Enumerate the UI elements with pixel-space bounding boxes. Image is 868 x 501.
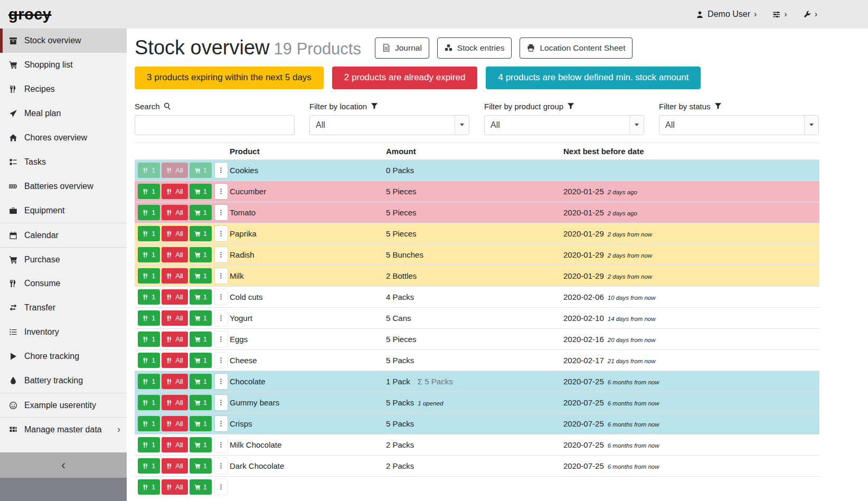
consume-all-button[interactable]: All	[162, 332, 187, 347]
add-to-shopping-list-button[interactable]: 1	[190, 353, 212, 368]
row-menu-button[interactable]	[215, 479, 228, 495]
product-column-header[interactable]: Product	[225, 143, 382, 160]
consume-all-button[interactable]: All	[162, 163, 187, 178]
consume-all-button[interactable]: All	[162, 374, 187, 389]
sidebar-item-battery-tracking[interactable]: Battery tracking	[0, 368, 127, 393]
sidebar-item-chore-tracking[interactable]: Chore tracking	[0, 344, 127, 368]
add-to-shopping-list-button[interactable]: 1	[190, 268, 212, 283]
add-to-shopping-list-button[interactable]: 1	[190, 184, 212, 199]
add-to-shopping-list-button[interactable]: 1	[190, 374, 212, 389]
add-to-shopping-list-button[interactable]: 1	[190, 458, 212, 474]
journal-button[interactable]: Journal	[375, 37, 429, 59]
row-menu-button[interactable]	[215, 247, 228, 262]
sidebar-item-inventory[interactable]: Inventory	[0, 320, 127, 344]
sidebar-item-example-userentity[interactable]: Example userentity	[0, 393, 127, 417]
add-to-shopping-list-button[interactable]: 1	[190, 332, 212, 347]
consume-one-button[interactable]: 1	[138, 458, 160, 474]
add-to-shopping-list-button[interactable]: 1	[190, 395, 212, 410]
consume-all-button[interactable]: All	[162, 353, 187, 368]
consume-all-button[interactable]: All	[162, 479, 187, 495]
row-menu-button[interactable]	[215, 332, 228, 347]
app-logo[interactable]: grocy	[8, 6, 51, 23]
consume-one-button[interactable]: 1	[138, 205, 160, 220]
consume-one-button[interactable]: 1	[138, 374, 160, 389]
row-menu-button[interactable]	[215, 395, 228, 410]
consume-one-button[interactable]: 1	[138, 289, 160, 305]
row-menu-button[interactable]	[215, 458, 228, 474]
consume-one-button[interactable]: 1	[138, 226, 160, 241]
amount-column-header[interactable]: Amount	[382, 143, 559, 160]
row-menu-button[interactable]	[215, 310, 228, 326]
sidebar-item-chores-overview[interactable]: Chores overview	[0, 126, 127, 150]
consume-one-button[interactable]: 1	[138, 310, 160, 326]
row-menu-button[interactable]	[215, 205, 228, 220]
sidebar-item-recipes[interactable]: Recipes	[0, 77, 127, 101]
row-menu-button[interactable]	[215, 163, 228, 178]
add-to-shopping-list-button[interactable]: 1	[190, 226, 212, 241]
sidebar-item-transfer[interactable]: Transfer	[0, 296, 127, 320]
consume-all-button[interactable]: All	[162, 205, 187, 220]
settings-menu[interactable]: ›	[772, 10, 787, 18]
consume-all-button[interactable]: All	[162, 268, 187, 283]
consume-one-button[interactable]: 1	[138, 247, 160, 262]
consume-all-button[interactable]: All	[162, 226, 187, 241]
row-menu-button[interactable]	[215, 289, 228, 305]
consume-one-button[interactable]: 1	[138, 416, 160, 431]
consume-all-button[interactable]: All	[162, 184, 187, 199]
add-to-shopping-list-button[interactable]: 1	[190, 205, 212, 220]
add-to-shopping-list-button[interactable]: 1	[190, 247, 212, 262]
sidebar-item-shopping-list[interactable]: Shopping list	[0, 53, 127, 77]
sidebar-collapse-button[interactable]: ‹	[0, 452, 127, 478]
sidebar-item-manage-master-data[interactable]: Manage master data›	[0, 417, 127, 441]
sidebar-item-consume[interactable]: Consume	[0, 271, 127, 296]
alert-warning[interactable]: 3 products expiring within the next 5 da…	[135, 67, 324, 89]
add-to-shopping-list-button[interactable]: 1	[190, 163, 212, 178]
row-menu-button[interactable]	[215, 437, 228, 452]
consume-one-button[interactable]: 1	[138, 437, 160, 452]
bbd-column-header[interactable]: Next best before date	[559, 143, 819, 160]
consume-one-button[interactable]: 1	[138, 353, 160, 368]
row-menu-button[interactable]	[215, 268, 228, 283]
location-content-sheet-button[interactable]: Location Content Sheet	[520, 37, 633, 59]
consume-all-button[interactable]: All	[162, 247, 187, 262]
consume-one-button[interactable]: 1	[138, 268, 160, 283]
sidebar-item-meal-plan[interactable]: Meal plan	[0, 101, 127, 126]
alert-danger[interactable]: 2 products are already expired	[332, 67, 478, 89]
consume-one-button[interactable]: 1	[138, 332, 160, 347]
consume-all-button[interactable]: All	[162, 437, 187, 452]
filter-by-status-select[interactable]: All	[659, 115, 819, 135]
consume-all-button[interactable]: All	[162, 289, 187, 305]
sidebar-item-purchase[interactable]: Purchase	[0, 247, 127, 271]
add-to-shopping-list-button[interactable]: 1	[190, 289, 212, 305]
consume-one-button[interactable]: 1	[138, 163, 160, 178]
row-menu-button[interactable]	[215, 374, 228, 389]
stock-entries-button[interactable]: Stock entries	[437, 37, 512, 59]
sidebar-item-calendar[interactable]: Calendar	[0, 223, 127, 247]
consume-all-button[interactable]: All	[162, 310, 187, 326]
row-menu-button[interactable]	[215, 416, 228, 431]
alert-info[interactable]: 4 products are below defined min. stock …	[486, 67, 701, 89]
consume-all-button[interactable]: All	[162, 458, 187, 474]
sidebar-item-stock-overview[interactable]: Stock overview	[0, 29, 127, 53]
filter-by-product-group-select[interactable]: All	[484, 115, 644, 135]
admin-menu[interactable]: ›	[803, 10, 817, 18]
add-to-shopping-list-button[interactable]: 1	[190, 437, 212, 452]
row-menu-button[interactable]	[215, 226, 228, 241]
consume-one-button[interactable]: 1	[138, 184, 160, 199]
row-menu-button[interactable]	[215, 353, 228, 368]
filter-by-location-select[interactable]: All	[309, 115, 469, 135]
amount-cell: 5 Pieces	[382, 223, 559, 244]
add-to-shopping-list-button[interactable]: 1	[190, 310, 212, 326]
consume-one-button[interactable]: 1	[138, 479, 160, 495]
search-input[interactable]	[135, 115, 295, 135]
consume-all-button[interactable]: All	[162, 416, 187, 431]
sidebar-item-tasks[interactable]: Tasks	[0, 150, 127, 174]
consume-all-button[interactable]: All	[162, 395, 187, 410]
consume-one-button[interactable]: 1	[138, 395, 160, 410]
add-to-shopping-list-button[interactable]: 1	[190, 479, 212, 495]
user-menu[interactable]: Demo User›	[696, 10, 757, 19]
row-menu-button[interactable]	[215, 184, 228, 199]
sidebar-item-equipment[interactable]: Equipment	[0, 198, 127, 223]
sidebar-item-batteries-overview[interactable]: Batteries overview	[0, 174, 127, 198]
add-to-shopping-list-button[interactable]: 1	[190, 416, 212, 431]
